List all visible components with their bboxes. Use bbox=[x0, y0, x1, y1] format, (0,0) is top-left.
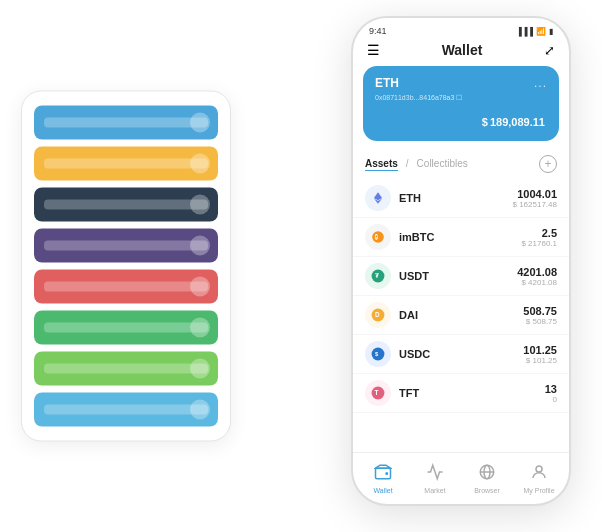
imbtc-usd: $ 21760.1 bbox=[521, 239, 557, 248]
svg-text:₿: ₿ bbox=[374, 233, 378, 240]
asset-name-eth: ETH bbox=[399, 192, 513, 204]
asset-amounts-dai: 508.75 $ 508.75 bbox=[523, 305, 557, 326]
add-icon: + bbox=[544, 158, 551, 170]
row-inner bbox=[44, 282, 208, 292]
eth-amount: 1004.01 bbox=[513, 188, 558, 200]
tft-usd: 0 bbox=[545, 395, 557, 404]
row-inner bbox=[44, 405, 208, 415]
signal-icon: ▐▐▐ bbox=[516, 27, 533, 36]
tft-icon: T bbox=[365, 380, 391, 406]
asset-name-dai: DAI bbox=[399, 309, 523, 321]
eth-card-amount: $189,089.11 bbox=[375, 108, 547, 131]
bottom-nav: Wallet Market Browser My Profile bbox=[353, 452, 569, 504]
asset-row-eth[interactable]: ETH 1004.01 $ 162517.48 bbox=[353, 179, 569, 218]
browser-nav-label: Browser bbox=[474, 487, 500, 494]
status-icons: ▐▐▐ 📶 ▮ bbox=[516, 27, 553, 36]
asset-amounts-usdt: 4201.08 $ 4201.08 bbox=[517, 266, 557, 287]
list-item bbox=[34, 352, 218, 386]
asset-amounts-eth: 1004.01 $ 162517.48 bbox=[513, 188, 558, 209]
tab-collectibles[interactable]: Collectibles bbox=[417, 158, 468, 171]
eth-usd: $ 162517.48 bbox=[513, 200, 558, 209]
usdc-amount: 101.25 bbox=[523, 344, 557, 356]
phone-header: ☰ Wallet ⤢ bbox=[353, 36, 569, 66]
list-item bbox=[34, 106, 218, 140]
svg-text:T: T bbox=[375, 389, 379, 396]
asset-row-dai[interactable]: D DAI 508.75 $ 508.75 bbox=[353, 296, 569, 335]
asset-list: ETH 1004.01 $ 162517.48 ₿ imBTC 2.5 $ 21… bbox=[353, 179, 569, 452]
nav-browser[interactable]: Browser bbox=[461, 463, 513, 494]
eth-card-label: ETH bbox=[375, 76, 399, 90]
svg-text:D: D bbox=[375, 311, 380, 318]
list-item bbox=[34, 311, 218, 345]
eth-card[interactable]: ETH ... 0x08711d3b...8416a78a3 ☐ $189,08… bbox=[363, 66, 559, 141]
expand-icon[interactable]: ⤢ bbox=[544, 43, 555, 58]
assets-tabs: Assets / Collectibles bbox=[365, 158, 468, 171]
profile-nav-label: My Profile bbox=[523, 487, 554, 494]
row-inner bbox=[44, 323, 208, 333]
dai-usd: $ 508.75 bbox=[523, 317, 557, 326]
eth-card-header: ETH ... bbox=[375, 76, 547, 90]
eth-icon bbox=[365, 185, 391, 211]
wallet-nav-icon bbox=[374, 463, 392, 485]
imbtc-amount: 2.5 bbox=[521, 227, 557, 239]
tab-assets[interactable]: Assets bbox=[365, 158, 398, 171]
more-icon[interactable]: ... bbox=[534, 76, 547, 90]
usdt-usd: $ 4201.08 bbox=[517, 278, 557, 287]
asset-row-usdc[interactable]: $ USDC 101.25 $ 101.25 bbox=[353, 335, 569, 374]
usdt-amount: 4201.08 bbox=[517, 266, 557, 278]
market-nav-icon bbox=[426, 463, 444, 485]
assets-header: Assets / Collectibles + bbox=[353, 151, 569, 179]
page-title: Wallet bbox=[442, 42, 483, 58]
left-stack bbox=[21, 91, 231, 442]
usdt-icon: ₮ bbox=[365, 263, 391, 289]
asset-row-usdt[interactable]: ₮ USDT 4201.08 $ 4201.08 bbox=[353, 257, 569, 296]
asset-amounts-tft: 13 0 bbox=[545, 383, 557, 404]
svg-point-17 bbox=[536, 466, 542, 472]
asset-name-usdc: USDC bbox=[399, 348, 523, 360]
wallet-nav-label: Wallet bbox=[373, 487, 392, 494]
usdc-usd: $ 101.25 bbox=[523, 356, 557, 365]
list-item bbox=[34, 229, 218, 263]
row-inner bbox=[44, 118, 208, 128]
market-nav-label: Market bbox=[424, 487, 445, 494]
battery-icon: ▮ bbox=[549, 27, 553, 36]
svg-point-2 bbox=[372, 231, 384, 243]
asset-amounts-imbtc: 2.5 $ 21760.1 bbox=[521, 227, 557, 248]
asset-amounts-usdc: 101.25 $ 101.25 bbox=[523, 344, 557, 365]
row-inner bbox=[44, 159, 208, 169]
dai-icon: D bbox=[365, 302, 391, 328]
nav-market[interactable]: Market bbox=[409, 463, 461, 494]
asset-name-tft: TFT bbox=[399, 387, 545, 399]
add-asset-button[interactable]: + bbox=[539, 155, 557, 173]
menu-icon[interactable]: ☰ bbox=[367, 42, 380, 58]
asset-row-imbtc[interactable]: ₿ imBTC 2.5 $ 21760.1 bbox=[353, 218, 569, 257]
svg-point-13 bbox=[386, 473, 388, 475]
profile-nav-icon bbox=[530, 463, 548, 485]
nav-profile[interactable]: My Profile bbox=[513, 463, 565, 494]
asset-row-tft[interactable]: T TFT 13 0 bbox=[353, 374, 569, 413]
row-inner bbox=[44, 241, 208, 251]
usdc-icon: $ bbox=[365, 341, 391, 367]
list-item bbox=[34, 147, 218, 181]
wifi-icon: 📶 bbox=[536, 27, 546, 36]
nav-wallet[interactable]: Wallet bbox=[357, 463, 409, 494]
scene: 9:41 ▐▐▐ 📶 ▮ ☰ Wallet ⤢ ETH ... 0x08711d… bbox=[21, 16, 581, 516]
asset-name-imbtc: imBTC bbox=[399, 231, 521, 243]
list-item bbox=[34, 270, 218, 304]
dollar-sign: $ bbox=[482, 116, 488, 128]
imbtc-icon: ₿ bbox=[365, 224, 391, 250]
list-item bbox=[34, 188, 218, 222]
eth-amount-value: 189,089.11 bbox=[490, 116, 545, 128]
browser-nav-icon bbox=[478, 463, 496, 485]
row-inner bbox=[44, 200, 208, 210]
svg-marker-0 bbox=[374, 192, 382, 200]
status-time: 9:41 bbox=[369, 26, 387, 36]
eth-card-address: 0x08711d3b...8416a78a3 ☐ bbox=[375, 94, 547, 102]
list-item bbox=[34, 393, 218, 427]
status-bar: 9:41 ▐▐▐ 📶 ▮ bbox=[353, 18, 569, 36]
row-inner bbox=[44, 364, 208, 374]
tft-amount: 13 bbox=[545, 383, 557, 395]
dai-amount: 508.75 bbox=[523, 305, 557, 317]
phone-frame: 9:41 ▐▐▐ 📶 ▮ ☰ Wallet ⤢ ETH ... 0x08711d… bbox=[351, 16, 571, 506]
asset-name-usdt: USDT bbox=[399, 270, 517, 282]
